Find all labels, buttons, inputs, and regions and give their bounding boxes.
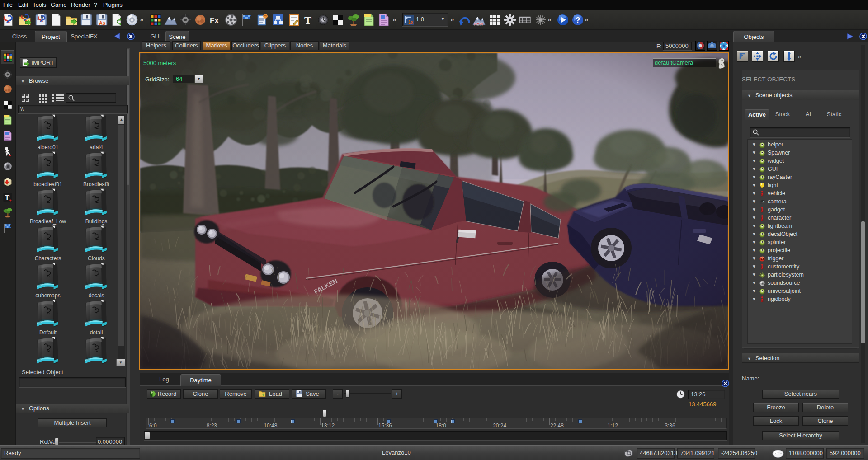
- svg-text:T: T: [304, 14, 311, 26]
- svg-text:NEW: NEW: [474, 22, 484, 26]
- svg-text:?: ?: [576, 16, 580, 24]
- svg-text:Fx: Fx: [210, 16, 219, 25]
- svg-text:T: T: [5, 194, 10, 202]
- svg-text:As: As: [99, 20, 105, 26]
- svg-text:1x: 1x: [408, 20, 414, 25]
